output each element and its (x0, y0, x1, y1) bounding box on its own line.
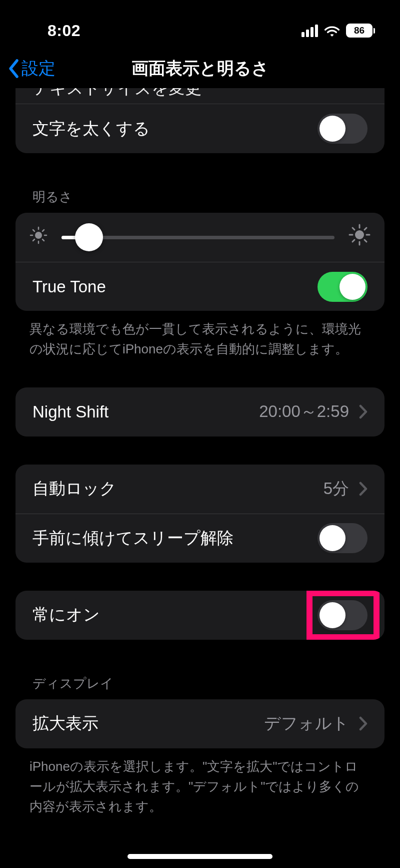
back-label: 設定 (22, 57, 56, 80)
text-size-label: テキストサイズを変更 (32, 88, 202, 97)
status-time: 8:02 (48, 22, 80, 40)
svg-line-16 (352, 240, 354, 242)
display-header: ディスプレイ (16, 675, 384, 699)
row-night-shift[interactable]: Night Shift 20:00～2:59 (16, 387, 384, 437)
brightness-header: 明るさ (16, 188, 384, 213)
row-display-zoom[interactable]: 拡大表示 デフォルト (16, 699, 384, 748)
svg-line-8 (42, 230, 44, 231)
auto-lock-value: 5分 (324, 478, 349, 500)
display-zoom-group: 拡大表示 デフォルト (16, 699, 384, 748)
auto-lock-label: 自動ロック (32, 478, 116, 500)
row-auto-lock[interactable]: 自動ロック 5分 (16, 465, 384, 514)
row-raise-to-wake[interactable]: 手前に傾けてスリープ解除 (16, 514, 384, 563)
brightness-slider-handle[interactable] (75, 223, 103, 251)
always-on-group: 常にオン (16, 591, 384, 640)
brightness-group: True Tone (16, 213, 384, 311)
row-bold-text[interactable]: 文字を太くする (16, 104, 384, 153)
svg-point-0 (35, 232, 42, 239)
svg-line-17 (364, 228, 366, 230)
true-tone-footer: 異なる環境でも色が一貫して表示されるように、環境光の状況に応じてiPhoneの表… (16, 311, 384, 359)
display-zoom-footer: iPhoneの表示を選択します。"文字を拡大"ではコントロールが拡大表示されます… (16, 748, 384, 817)
svg-line-6 (42, 239, 44, 241)
wifi-icon (324, 25, 340, 38)
bold-text-toggle[interactable] (318, 114, 368, 144)
bold-text-label: 文字を太くする (32, 118, 150, 140)
battery-level: 86 (354, 25, 364, 36)
night-shift-label: Night Shift (32, 402, 108, 421)
svg-line-7 (33, 239, 34, 241)
svg-line-14 (352, 228, 354, 230)
svg-line-15 (364, 240, 366, 242)
chevron-right-icon (359, 482, 368, 496)
true-tone-toggle[interactable] (318, 272, 368, 302)
battery-icon: 86 (346, 24, 375, 38)
text-appearance-group: テキストサイズを変更 文字を太くする (16, 88, 384, 153)
row-text-size[interactable]: テキストサイズを変更 (16, 88, 384, 104)
sun-low-icon (30, 226, 48, 249)
brightness-slider[interactable] (62, 236, 334, 239)
always-on-toggle-highlight (318, 600, 368, 630)
raise-to-wake-label: 手前に傾けてスリープ解除 (32, 527, 234, 550)
always-on-toggle[interactable] (318, 600, 368, 630)
page-title: 画面表示と明るさ (132, 57, 269, 80)
row-true-tone[interactable]: True Tone (16, 262, 384, 311)
home-indicator[interactable] (128, 854, 272, 859)
chevron-left-icon (7, 59, 20, 79)
chevron-right-icon (359, 716, 368, 731)
nav-header: 設定 画面表示と明るさ (0, 46, 400, 91)
status-icons: 86 (302, 24, 375, 38)
brightness-slider-row[interactable] (16, 213, 384, 262)
sun-high-icon (348, 224, 370, 251)
lock-group: 自動ロック 5分 手前に傾けてスリープ解除 (16, 465, 384, 563)
chevron-right-icon (359, 404, 368, 419)
night-shift-group: Night Shift 20:00～2:59 (16, 387, 384, 437)
always-on-label: 常にオン (32, 604, 100, 626)
raise-to-wake-toggle[interactable] (318, 523, 368, 553)
cellular-signal-icon (302, 25, 318, 37)
row-always-on[interactable]: 常にオン (16, 591, 384, 640)
night-shift-value: 20:00～2:59 (259, 400, 349, 423)
display-zoom-label: 拡大表示 (32, 712, 98, 735)
status-bar: 8:02 86 (0, 0, 400, 46)
svg-point-9 (355, 230, 364, 239)
true-tone-label: True Tone (32, 277, 106, 296)
display-zoom-value: デフォルト (264, 712, 349, 735)
svg-line-5 (33, 230, 34, 231)
back-button[interactable]: 設定 (7, 57, 56, 80)
